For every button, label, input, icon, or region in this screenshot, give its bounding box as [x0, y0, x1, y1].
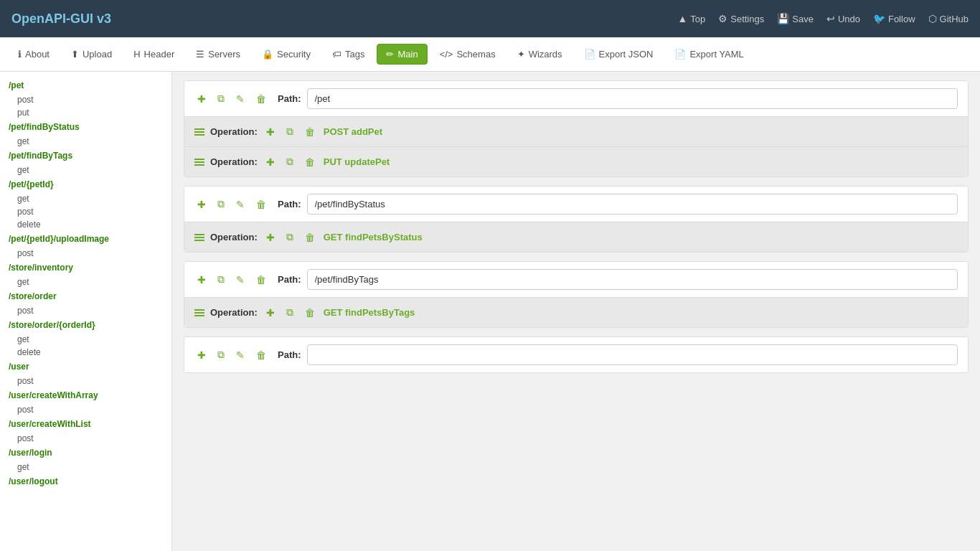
copy-path-icon[interactable]: ⧉: [215, 91, 227, 106]
sidebar-method-orderid-delete[interactable]: delete: [0, 346, 171, 359]
nav-export-json-label: Export JSON: [599, 49, 654, 60]
nav-upload-label: Upload: [83, 49, 112, 60]
nav-tags[interactable]: 🏷 Tags: [323, 44, 374, 65]
add-path-icon[interactable]: ✚: [194, 92, 209, 106]
top-action[interactable]: ▲ Top: [677, 13, 705, 24]
settings-action[interactable]: ⚙ Settings: [718, 13, 764, 24]
add-operation-icon-2[interactable]: ✚: [263, 155, 278, 169]
nav-about-label: About: [25, 49, 50, 60]
copy-operation-icon-4[interactable]: ⧉: [283, 305, 296, 320]
header-actions: ▲ Top ⚙ Settings 💾 Save ↩ Undo 🐦 Follow …: [677, 13, 969, 24]
copy-operation-icon-3[interactable]: ⧉: [283, 230, 296, 245]
header-icon: H: [133, 49, 140, 60]
nav-wizards[interactable]: ✦ Wizards: [508, 44, 572, 65]
nav-header-label: Header: [144, 49, 175, 60]
main-layout: /pet post put /pet/findByStatus get /pet…: [0, 72, 980, 551]
sidebar-method-createwitharray-post[interactable]: post: [0, 403, 171, 416]
sidebar-method-petid-get[interactable]: get: [0, 192, 171, 205]
sidebar-method-order-post[interactable]: post: [0, 304, 171, 317]
sidebar-method-inventory-get[interactable]: get: [0, 276, 171, 288]
add-operation-icon-3[interactable]: ✚: [263, 230, 278, 245]
path-row-pet: ✚ ⧉ ✎ 🗑 Path:: [184, 81, 968, 116]
operation-menu-icon-2[interactable]: [194, 159, 204, 166]
github-action[interactable]: ⬡ GitHub: [928, 13, 969, 24]
sidebar-path-user[interactable]: /user: [0, 359, 171, 375]
delete-operation-icon-3[interactable]: 🗑: [302, 230, 318, 245]
path-input-1[interactable]: [307, 88, 958, 109]
path-input-2[interactable]: [307, 194, 958, 215]
sidebar-path-user-login[interactable]: /user/login: [0, 445, 171, 461]
path-block-findbystatus: ✚ ⧉ ✎ 🗑 Path: Operation: ✚ ⧉ 🗑 GET findP…: [184, 186, 969, 253]
nav-header[interactable]: H Header: [124, 44, 184, 65]
follow-action[interactable]: 🐦 Follow: [873, 13, 915, 24]
delete-path-icon-4[interactable]: 🗑: [253, 348, 269, 362]
add-path-icon-4[interactable]: ✚: [194, 348, 209, 362]
operation-label-4: Operation:: [210, 307, 258, 318]
sidebar-method-findbytags-get[interactable]: get: [0, 164, 171, 176]
undo-action[interactable]: ↩ Undo: [826, 13, 860, 24]
sidebar-path-pet[interactable]: /pet: [0, 77, 171, 93]
sidebar-method-petid-delete[interactable]: delete: [0, 218, 171, 231]
sidebar-path-petid[interactable]: /pet/{petId}: [0, 176, 171, 192]
sidebar-path-store-inventory[interactable]: /store/inventory: [0, 260, 171, 276]
edit-path-icon-2[interactable]: ✎: [233, 197, 248, 212]
schemas-icon: </>: [440, 49, 453, 60]
sidebar-method-pet-put[interactable]: put: [0, 106, 171, 119]
path-input-4[interactable]: [307, 344, 958, 365]
edit-path-icon-3[interactable]: ✎: [233, 273, 248, 287]
nav-security[interactable]: 🔒 Security: [253, 44, 320, 65]
sidebar-method-login-get[interactable]: get: [0, 461, 171, 474]
sidebar-path-findbystatus[interactable]: /pet/findByStatus: [0, 119, 171, 135]
servers-icon: ☰: [196, 49, 204, 60]
delete-path-icon-2[interactable]: 🗑: [253, 197, 269, 212]
nav-export-json[interactable]: 📄 Export JSON: [575, 44, 663, 65]
operation-menu-icon-3[interactable]: [194, 234, 204, 241]
sidebar-path-orderid[interactable]: /store/order/{orderId}: [0, 317, 171, 333]
copy-path-icon-3[interactable]: ⧉: [215, 272, 227, 287]
add-operation-icon-4[interactable]: ✚: [263, 306, 278, 320]
save-action[interactable]: 💾 Save: [777, 13, 814, 24]
nav-servers-label: Servers: [208, 49, 240, 60]
copy-path-icon-2[interactable]: ⧉: [215, 197, 227, 212]
sidebar-method-petid-post[interactable]: post: [0, 205, 171, 218]
copy-operation-icon-2[interactable]: ⧉: [283, 154, 296, 169]
main-icon: ✏: [386, 49, 394, 60]
path-row-findbytags: ✚ ⧉ ✎ 🗑 Path:: [184, 262, 968, 297]
sidebar-path-createwithlist[interactable]: /user/createWithList: [0, 416, 171, 432]
copy-operation-icon-1[interactable]: ⧉: [283, 124, 296, 139]
sidebar-path-store-order[interactable]: /store/order: [0, 288, 171, 304]
sidebar-method-uploadimage-post[interactable]: post: [0, 247, 171, 260]
sidebar-path-findbytags[interactable]: /pet/findByTags: [0, 148, 171, 164]
add-path-icon-3[interactable]: ✚: [194, 273, 209, 287]
sidebar-method-pet-post[interactable]: post: [0, 93, 171, 106]
delete-operation-icon-1[interactable]: 🗑: [302, 125, 318, 139]
operation-menu-icon-4[interactable]: [194, 309, 204, 316]
sidebar-method-orderid-get[interactable]: get: [0, 333, 171, 346]
nav-about[interactable]: ℹ About: [9, 44, 59, 65]
add-path-icon-2[interactable]: ✚: [194, 197, 209, 212]
operation-menu-icon-1[interactable]: [194, 128, 204, 136]
delete-operation-icon-2[interactable]: 🗑: [302, 155, 318, 169]
nav-upload[interactable]: ⬆ Upload: [62, 44, 121, 65]
edit-path-icon-4[interactable]: ✎: [233, 348, 248, 362]
twitter-icon: 🐦: [873, 13, 885, 24]
copy-path-icon-4[interactable]: ⧉: [215, 347, 227, 362]
sidebar-path-uploadimage[interactable]: /pet/{petId}/uploadImage: [0, 231, 171, 247]
path-input-3[interactable]: [307, 269, 958, 290]
sidebar-method-createwithlist-post[interactable]: post: [0, 432, 171, 445]
nav-security-label: Security: [277, 49, 311, 60]
delete-path-icon-3[interactable]: 🗑: [253, 273, 269, 287]
delete-operation-icon-4[interactable]: 🗑: [302, 306, 318, 320]
nav-schemas[interactable]: </> Schemas: [430, 44, 505, 65]
sidebar-path-createwitharray[interactable]: /user/createWithArray: [0, 387, 171, 403]
edit-path-icon[interactable]: ✎: [233, 92, 248, 106]
add-operation-icon-1[interactable]: ✚: [263, 125, 278, 139]
path-block-findbytags: ✚ ⧉ ✎ 🗑 Path: Operation: ✚ ⧉ 🗑 GET findP…: [184, 261, 969, 328]
sidebar-method-user-post[interactable]: post: [0, 375, 171, 387]
nav-main[interactable]: ✏ Main: [377, 44, 427, 65]
sidebar-path-user-logout[interactable]: /user/logout: [0, 474, 171, 489]
nav-servers[interactable]: ☰ Servers: [187, 44, 250, 65]
delete-path-icon[interactable]: 🗑: [253, 92, 269, 106]
nav-export-yaml[interactable]: 📄 Export YAML: [665, 44, 753, 65]
sidebar-method-findbystatus-get[interactable]: get: [0, 135, 171, 148]
